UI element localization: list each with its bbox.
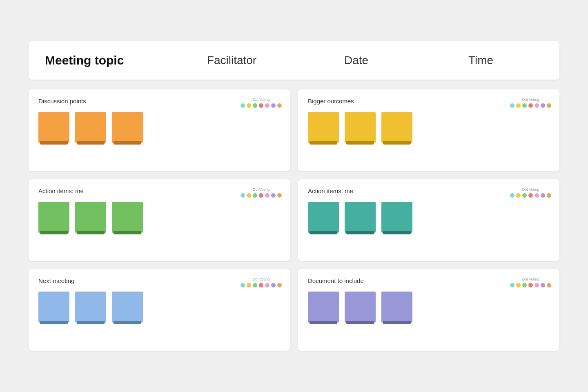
dot-4[interactable] (528, 193, 533, 198)
dot-2[interactable] (247, 283, 251, 287)
dot-2[interactable] (516, 283, 521, 287)
sticky-note[interactable] (38, 292, 69, 323)
dot-3[interactable] (253, 103, 257, 108)
dot-5[interactable] (535, 193, 539, 198)
sticky-note[interactable] (345, 202, 376, 233)
sticky-note[interactable] (345, 292, 376, 323)
dot-5[interactable] (535, 103, 539, 108)
dot-1[interactable] (241, 103, 245, 108)
dot-voting-label: Dot Voting (241, 187, 282, 192)
dot-6[interactable] (541, 193, 545, 198)
dot-3[interactable] (522, 103, 527, 108)
dot-7[interactable] (277, 193, 282, 198)
meeting-topic-label: Meeting topic (45, 53, 124, 67)
dot-voting-label: Dot Voting (241, 277, 282, 281)
dot-5[interactable] (265, 283, 270, 287)
dot-4[interactable] (259, 283, 263, 287)
sticky-note[interactable] (381, 202, 412, 233)
dot-voting-label: Dot Voting (510, 98, 551, 102)
action-items-me-left-card: Action items: me Dot Voting (29, 179, 290, 261)
sticky-note[interactable] (112, 292, 143, 323)
dot-5[interactable] (265, 103, 270, 108)
facilitator-header: Facilitator (169, 54, 294, 67)
dots-row (241, 103, 282, 108)
bigger-outcomes-card: Bigger outcomes Dot Voting (298, 89, 559, 171)
dot-voting-area: Dot Voting (241, 98, 282, 108)
dot-2[interactable] (516, 103, 521, 108)
dot-4[interactable] (259, 103, 263, 108)
action-items-me-right-card: Action items: me Dot Voting (298, 179, 559, 261)
sticky-notes (38, 292, 280, 323)
sticky-note[interactable] (75, 202, 106, 233)
sticky-note[interactable] (308, 112, 339, 143)
canvas: Meeting topic Facilitator Date Time Disc… (29, 33, 559, 359)
dot-6[interactable] (541, 283, 545, 287)
time-header: Time (419, 54, 543, 67)
sticky-note[interactable] (308, 202, 339, 233)
dot-6[interactable] (271, 103, 276, 108)
date-header: Date (294, 54, 419, 67)
dot-3[interactable] (522, 193, 527, 198)
next-meeting-card: Next meeting Dot Voting (29, 269, 290, 351)
dot-2[interactable] (516, 193, 521, 198)
dot-7[interactable] (277, 283, 282, 287)
discussion-points-card: Discussion points Dot Voting (29, 89, 290, 171)
dot-1[interactable] (241, 193, 245, 198)
dot-7[interactable] (277, 103, 282, 108)
document-to-include-card: Document to include Dot Voting (298, 269, 559, 351)
sticky-notes (308, 202, 550, 233)
sticky-notes (308, 292, 550, 323)
dot-3[interactable] (253, 193, 257, 198)
dot-voting-area: Dot Voting (241, 187, 282, 198)
dots-row (510, 103, 551, 108)
dot-6[interactable] (271, 283, 276, 287)
dot-voting-label: Dot Voting (241, 98, 282, 102)
dot-1[interactable] (241, 283, 245, 287)
header-card: Meeting topic Facilitator Date Time (29, 41, 559, 80)
sticky-notes (308, 112, 550, 143)
dot-voting-area: Dot Voting (510, 187, 551, 198)
dot-4[interactable] (528, 103, 533, 108)
dot-5[interactable] (265, 193, 270, 198)
sticky-note[interactable] (75, 292, 106, 323)
sticky-notes (38, 112, 280, 143)
sticky-note[interactable] (381, 292, 412, 323)
dot-1[interactable] (510, 283, 514, 287)
dot-4[interactable] (259, 193, 263, 198)
sticky-note[interactable] (38, 112, 69, 143)
sticky-note[interactable] (381, 112, 412, 143)
sticky-note[interactable] (308, 292, 339, 323)
dot-6[interactable] (541, 103, 545, 108)
sticky-notes (38, 202, 280, 233)
meeting-topic-header: Meeting topic (45, 53, 169, 67)
dot-voting-label: Dot Voting (510, 277, 551, 281)
sticky-note[interactable] (75, 112, 106, 143)
dots-row (241, 193, 282, 198)
sticky-note[interactable] (345, 112, 376, 143)
dot-7[interactable] (547, 193, 551, 198)
dot-3[interactable] (253, 283, 257, 287)
dot-7[interactable] (547, 283, 551, 287)
dot-voting-area: Dot Voting (510, 277, 551, 287)
dot-voting-area: Dot Voting (510, 98, 551, 108)
dot-1[interactable] (510, 103, 514, 108)
sticky-note[interactable] (38, 202, 69, 233)
date-label: Date (344, 54, 368, 67)
dot-voting-label: Dot Voting (510, 187, 551, 192)
dot-1[interactable] (510, 193, 514, 198)
cards-grid: Discussion points Dot Voting (29, 89, 559, 351)
dot-2[interactable] (247, 193, 251, 198)
time-label: Time (468, 54, 493, 67)
sticky-note[interactable] (112, 202, 143, 233)
dot-3[interactable] (522, 283, 527, 287)
dots-row (241, 283, 282, 287)
dot-6[interactable] (271, 193, 276, 198)
dot-4[interactable] (528, 283, 533, 287)
dot-voting-area: Dot Voting (241, 277, 282, 287)
sticky-note[interactable] (112, 112, 143, 143)
dot-2[interactable] (247, 103, 251, 108)
dots-row (510, 283, 551, 287)
dot-5[interactable] (535, 283, 539, 287)
dot-7[interactable] (547, 103, 551, 108)
facilitator-label: Facilitator (207, 54, 256, 67)
